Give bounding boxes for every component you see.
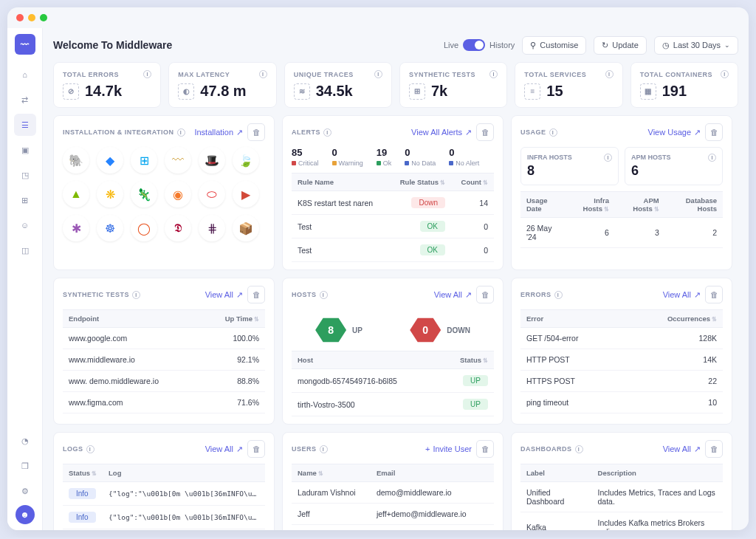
delete-button[interactable]: 🗑: [247, 123, 265, 141]
integration-tile[interactable]: 〰: [165, 147, 191, 174]
integration-tile[interactable]: ⬭: [199, 181, 225, 207]
integration-tile[interactable]: 𝕯: [165, 215, 191, 241]
table-row[interactable]: ping timeout10: [520, 392, 723, 413]
table-row[interactable]: mongodb-6574549716-b6l85UP: [292, 369, 494, 393]
col-log[interactable]: Log: [103, 464, 265, 482]
delete-button[interactable]: 🗑: [247, 286, 265, 303]
info-icon[interactable]: i: [721, 70, 729, 78]
col-error[interactable]: Error: [520, 310, 624, 328]
info-icon[interactable]: i: [708, 154, 716, 162]
integration-tile[interactable]: ❋: [97, 181, 123, 207]
table-row[interactable]: www.figma.com71.6%: [63, 392, 265, 413]
integration-tile[interactable]: ⋕: [199, 215, 225, 241]
info-icon[interactable]: i: [374, 70, 382, 78]
table-row[interactable]: HTTP POST14K: [520, 349, 723, 371]
integration-tile[interactable]: ▶: [233, 181, 259, 207]
col-endpoint[interactable]: Endpoint: [63, 310, 202, 328]
info-icon[interactable]: i: [575, 445, 583, 453]
integration-tile[interactable]: 🎩: [199, 147, 225, 174]
integration-tile[interactable]: ✱: [63, 215, 89, 241]
delete-button[interactable]: 🗑: [476, 440, 494, 458]
integration-tile[interactable]: 🦎: [131, 181, 157, 207]
delete-button[interactable]: 🗑: [705, 123, 723, 141]
info-icon[interactable]: i: [549, 128, 557, 137]
info-icon[interactable]: i: [177, 128, 185, 137]
table-row[interactable]: Info{"log":"\u001b[0m \u001b[36mINFO\u00…: [63, 482, 265, 506]
nav-dashboard-icon[interactable]: ☰: [14, 114, 36, 136]
integration-tile[interactable]: ⊞: [131, 147, 157, 174]
view-usage-link[interactable]: View Usage↗: [648, 128, 701, 137]
col-status[interactable]: Status: [460, 356, 481, 364]
view-all-link[interactable]: View All↗: [205, 290, 243, 300]
col-description[interactable]: Description: [592, 464, 723, 482]
live-history-toggle[interactable]: Live History: [444, 39, 515, 51]
info-icon[interactable]: i: [605, 70, 614, 78]
col-db-hosts[interactable]: Database Hosts: [686, 196, 717, 213]
integration-tile[interactable]: ◆: [97, 147, 123, 174]
view-all-link[interactable]: View All↗: [663, 290, 701, 300]
table-row[interactable]: Laduram Vishnoidemo@middleware.io: [292, 482, 494, 504]
nav-alerts-icon[interactable]: ◳: [14, 164, 36, 186]
info-icon[interactable]: i: [259, 70, 267, 78]
table-row[interactable]: Unified DashboardIncludes Metrics, Trace…: [520, 482, 723, 512]
col-occurrences[interactable]: Occurrences: [667, 315, 710, 323]
table-row[interactable]: HTTPS POST22: [520, 371, 723, 392]
col-email[interactable]: Email: [371, 464, 494, 482]
nav-docs-icon[interactable]: ▣: [14, 139, 36, 161]
table-row[interactable]: tirth-Vostro-3500UP: [292, 393, 494, 416]
info-icon[interactable]: i: [554, 291, 563, 299]
nav-settings-icon[interactable]: ⚙: [14, 480, 36, 502]
info-icon[interactable]: i: [320, 445, 328, 453]
table-row[interactable]: www. demo.middleware.io88.8%: [63, 371, 265, 392]
table-row[interactable]: Info{"log":"\u001b[0m \u001b[36mINFO\u00…: [63, 506, 265, 529]
close-icon[interactable]: [16, 14, 24, 21]
maximize-icon[interactable]: [40, 14, 47, 21]
table-row[interactable]: www.middleware.io92.1%: [63, 349, 265, 371]
col-usage-date[interactable]: Usage Date: [520, 192, 566, 218]
update-button[interactable]: ↻Update: [594, 36, 646, 55]
table-row[interactable]: GET /504-error128K: [520, 328, 723, 349]
toggle-switch[interactable]: [463, 39, 485, 51]
col-name[interactable]: Name: [298, 469, 317, 477]
integration-tile[interactable]: ☸: [97, 215, 123, 241]
view-all-link[interactable]: View All↗: [205, 444, 243, 454]
view-all-link[interactable]: View All↗: [663, 444, 701, 454]
integration-tile[interactable]: ◯: [131, 215, 157, 241]
view-all-alerts-link[interactable]: View All Alerts↗: [411, 128, 472, 137]
table-row[interactable]: Zachzach+demo@middleware.io: [292, 525, 494, 531]
delete-button[interactable]: 🗑: [476, 286, 494, 303]
integration-tile[interactable]: ◉: [165, 181, 191, 207]
table-row[interactable]: KafkaIncludes Kafka metrics Brokers onli…: [520, 512, 723, 531]
customise-button[interactable]: ⚲Customise: [522, 36, 586, 55]
col-count[interactable]: Count: [461, 178, 481, 186]
info-icon[interactable]: i: [320, 291, 328, 299]
info-icon[interactable]: i: [323, 128, 331, 137]
nav-services-icon[interactable]: ⊞: [14, 189, 36, 211]
col-rule-status[interactable]: Rule Status: [400, 178, 439, 186]
nav-traces-icon[interactable]: ⇄: [14, 89, 36, 111]
info-icon[interactable]: i: [604, 154, 612, 162]
table-row[interactable]: TestOK0: [292, 215, 494, 238]
table-row[interactable]: K8S restart test narenDown14: [292, 191, 494, 215]
integration-tile[interactable]: 📦: [233, 215, 259, 241]
col-status[interactable]: Status: [69, 469, 90, 477]
nav-bot-icon[interactable]: ☺: [14, 214, 36, 236]
info-icon[interactable]: i: [132, 291, 140, 299]
col-rule-name[interactable]: Rule Name: [292, 174, 388, 191]
nav-home-icon[interactable]: ⌂: [14, 63, 36, 86]
info-icon[interactable]: i: [489, 70, 498, 78]
minimize-icon[interactable]: [28, 14, 35, 21]
invite-user-button[interactable]: +Invite User: [425, 444, 472, 453]
delete-button[interactable]: 🗑: [476, 123, 494, 141]
nav-cube-icon[interactable]: ❒: [14, 455, 36, 477]
integration-tile[interactable]: 🐘: [63, 147, 89, 174]
table-row[interactable]: 26 May '24632: [520, 218, 723, 248]
table-row[interactable]: www.google.com100.0%: [63, 328, 265, 349]
view-all-link[interactable]: View All↗: [434, 290, 472, 300]
delete-button[interactable]: 🗑: [705, 286, 723, 303]
delete-button[interactable]: 🗑: [247, 440, 265, 458]
daterange-button[interactable]: ◷Last 30 Days⌄: [654, 36, 738, 55]
integration-tile[interactable]: 🍃: [233, 147, 259, 174]
table-row[interactable]: Jeffjeff+demo@middleware.io: [292, 504, 494, 525]
info-icon[interactable]: i: [86, 445, 94, 453]
